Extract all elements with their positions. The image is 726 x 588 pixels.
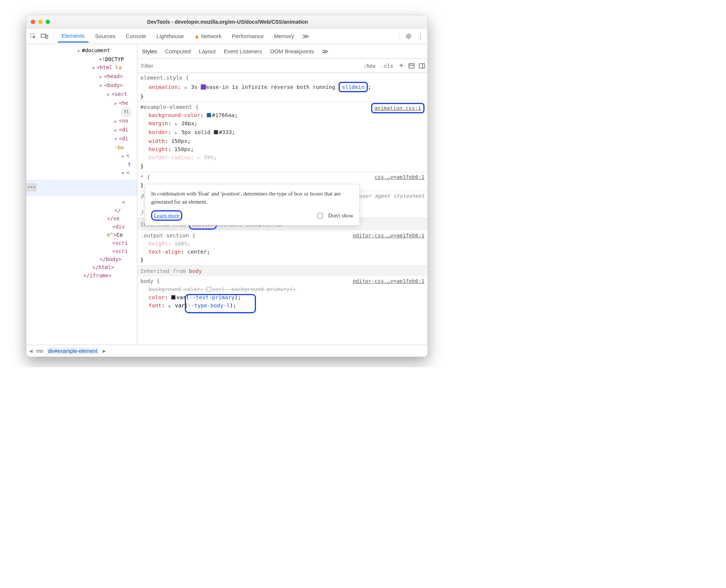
filter-row: :hov .cls +	[137, 59, 427, 73]
source-link-star[interactable]: css.…v=ae1feb6:1	[374, 173, 424, 181]
crumb-right-icon[interactable]: ▶	[102, 348, 107, 354]
svg-rect-1	[41, 34, 46, 37]
titlebar: DevTools - developer.mozilla.org/en-US/d…	[26, 15, 427, 29]
keyframe-link[interactable]: slidein	[342, 84, 364, 90]
svg-point-3	[407, 35, 410, 37]
styles-tabs: Styles Computed Layout Event Listeners D…	[137, 44, 427, 59]
main-split: ▼#document <!DOCTYP ▼<html la ▶<head> ▼<…	[26, 44, 427, 345]
dont-show-label: Don't show	[328, 211, 353, 220]
tab-console[interactable]: Console	[122, 30, 150, 42]
rules-list: element.style { animation: ▶ 3s ease-in …	[137, 73, 427, 345]
dont-show-checkbox[interactable]	[317, 213, 323, 218]
stab-computed[interactable]: Computed	[164, 45, 192, 57]
settings-icon[interactable]	[404, 32, 413, 40]
source-link-os[interactable]: editor-css.…v=ae1feb6:1	[353, 231, 424, 240]
stab-dom-breakpoints[interactable]: DOM Breakpoints	[270, 45, 315, 57]
styles-more-icon[interactable]: ≫	[322, 47, 329, 56]
main-toolbar: Elements Sources Console Lighthouse ▲ Ne…	[26, 29, 427, 44]
stab-layout[interactable]: Layout	[198, 45, 216, 57]
toggle-sidebar-icon[interactable]	[418, 62, 426, 70]
ua-label: user agent stylesheet	[359, 192, 424, 200]
tab-sources[interactable]: Sources	[91, 30, 119, 42]
highlight-learn-more: Learn more	[151, 210, 182, 221]
rule-example-element[interactable]: animation.css:1 #example-element { backg…	[137, 102, 427, 172]
tab-performance[interactable]: Performance	[228, 30, 267, 42]
learn-more-link[interactable]: Learn more	[154, 213, 180, 218]
window-title: DevTools - developer.mozilla.org/en-US/d…	[53, 19, 402, 25]
filter-input[interactable]	[140, 63, 360, 69]
rule-element-style[interactable]: element.style { animation: ▶ 3s ease-in …	[137, 73, 427, 102]
rule-output-section[interactable]: editor-css.…v=ae1feb6:1 .output section …	[137, 231, 427, 266]
stab-styles[interactable]: Styles	[141, 45, 158, 57]
tab-network[interactable]: ▲ Network	[190, 30, 225, 42]
computed-panel-icon[interactable]	[407, 62, 416, 70]
inherited-body-header: Inherited from body	[137, 266, 427, 276]
stab-event-listeners[interactable]: Event Listeners	[223, 45, 263, 57]
traffic-lights	[31, 20, 50, 24]
rule-body[interactable]: editor-css.…v=ae1feb6:1 body { backgroun…	[137, 276, 427, 312]
breadcrumb: ◀ mn div#example-element ▶	[26, 345, 427, 357]
tooltip-text: In combination with 'float' and 'positio…	[151, 190, 353, 206]
new-rule-icon[interactable]: +	[397, 62, 405, 70]
property-tooltip: In combination with 'float' and 'positio…	[145, 184, 360, 225]
tab-lighthouse[interactable]: Lighthouse	[153, 30, 187, 42]
flex-badge[interactable]: fl	[121, 108, 131, 117]
more-tabs-icon[interactable]: ≫	[301, 32, 311, 40]
svg-rect-4	[409, 64, 414, 68]
tab-elements[interactable]: Elements	[58, 30, 89, 43]
devtools-window: DevTools - developer.mozilla.org/en-US/d…	[26, 15, 428, 357]
svg-rect-6	[419, 64, 424, 68]
device-icon[interactable]	[40, 32, 49, 40]
styles-panel: Styles Computed Layout Event Listeners D…	[137, 44, 427, 345]
kebab-menu-icon[interactable]: ⋮	[416, 32, 424, 40]
warning-icon: ▲	[194, 33, 200, 39]
highlight-source: animation.css:1	[371, 103, 424, 113]
easing-icon[interactable]	[201, 84, 206, 90]
minimize-dot[interactable]	[38, 20, 43, 24]
source-link-body[interactable]: editor-css.…v=ae1feb6:1	[353, 277, 424, 285]
crumb-item[interactable]: mn	[36, 348, 43, 354]
zoom-dot[interactable]	[46, 20, 50, 24]
crumb-left-icon[interactable]: ◀	[29, 348, 33, 354]
close-dot[interactable]	[31, 20, 35, 24]
tab-memory[interactable]: Memory	[270, 30, 298, 42]
crumb-selected[interactable]: div#example-element	[46, 347, 99, 355]
highlight-slidein: slidein	[339, 82, 368, 92]
cls-toggle[interactable]: .cls	[379, 62, 395, 70]
inspect-icon[interactable]	[29, 32, 37, 40]
svg-rect-2	[46, 35, 48, 39]
dom-tree[interactable]: ▼#document <!DOCTYP ▼<html la ▶<head> ▼<…	[26, 44, 137, 345]
source-link[interactable]: animation.css:1	[374, 105, 421, 111]
hov-toggle[interactable]: :hov	[362, 62, 377, 70]
